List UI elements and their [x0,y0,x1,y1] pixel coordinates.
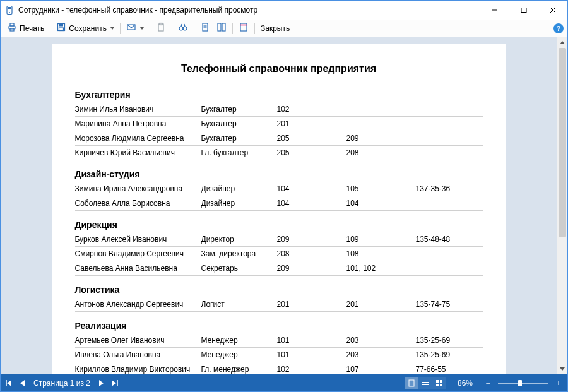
single-page-button[interactable] [198,21,213,35]
zoom-in-button[interactable]: + [555,379,562,388]
table-row: Бурков Алексей ИвановичДиректор209109135… [75,232,483,247]
table-row: Кириллов Владимир ВикторовичГл. менеджер… [75,362,483,375]
zoom-slider[interactable] [498,383,548,384]
employee-name: Кириллов Владимир Викторович [75,362,201,375]
document-title: Телефонный справочник предприятия [75,63,483,74]
next-page-button[interactable] [99,380,104,386]
close-window-button[interactable] [538,1,567,20]
preview-viewport: Телефонный справочник предприятия Бухгал… [1,37,567,374]
scrollbar-thumb[interactable] [559,48,566,237]
table-row: Кирпичев Юрий ВасильевичГл. бухгалтер205… [75,146,483,160]
department-heading: Логистика [75,285,483,295]
department-heading: Дирекция [75,220,483,230]
toolbar-separator [120,23,121,34]
employee-position: Дизайнер [201,196,277,211]
phone-external: 135-74-75 [416,297,483,312]
find-button[interactable] [175,21,191,35]
employee-position: Бухгалтер [201,102,277,117]
svg-rect-11 [59,24,63,27]
phone-external: 77-66-55 [416,362,483,375]
table-row: Маринина Анна ПетровнаБухгалтер201 [75,117,483,131]
view-single-button[interactable] [405,377,418,389]
scroll-down-button[interactable] [557,364,567,374]
employee-position: Дизайнер [201,182,277,196]
svg-rect-36 [422,384,429,385]
print-label: Печать [20,24,44,33]
view-facing-button[interactable] [418,377,432,389]
page-setup-icon [239,22,249,34]
table-row: Смирнов Владимир СергеевичЗам. директора… [75,247,483,261]
employee-position: Менеджер [201,348,277,362]
toolbar-separator [194,23,194,34]
zoom-slider-thumb[interactable] [518,380,522,386]
close-preview-button[interactable]: Закрыть [258,21,292,35]
maximize-button[interactable] [509,1,538,20]
phone-internal-1: 101 [277,348,346,362]
minimize-button[interactable] [480,1,509,20]
employee-position: Гл. бухгалтер [201,146,277,160]
employee-position: Секретарь [201,261,277,276]
phone-internal-2: 203 [346,348,416,362]
table-row: Артемьев Олег ИвановичМенеджер101203135-… [75,333,483,348]
phone-external [416,247,483,261]
phone-internal-2 [346,102,416,117]
phone-internal-2: 104 [346,196,416,211]
employee-table: Бурков Алексей ИвановичДиректор209109135… [75,232,483,276]
department-heading: Дизайн-студия [75,169,483,179]
table-row: Зимина Ирина АлександровнаДизайнер104105… [75,182,483,196]
phone-external [416,102,483,117]
phone-external [416,261,483,276]
save-button[interactable]: Сохранить [54,21,117,35]
vertical-scrollbar[interactable] [557,37,567,374]
employee-table: Антонов Александр СергеевичЛогист2012011… [75,297,483,312]
employee-position: Бухгалтер [201,131,277,146]
phone-internal-1: 209 [277,261,346,276]
window-title: Сотрудники - телефонный справочник - пре… [18,6,480,15]
chevron-up-icon [560,41,565,44]
last-page-button[interactable] [112,380,118,386]
first-page-button[interactable] [6,380,12,386]
help-button[interactable]: ? [553,23,564,33]
phone-external [416,196,483,211]
svg-rect-34 [409,380,414,386]
page-setup-button[interactable] [236,21,251,35]
view-grid-button[interactable] [432,377,446,389]
employee-name: Смирнов Владимир Сергеевич [75,247,201,261]
phone-external [416,146,483,160]
employee-name: Зимина Ирина Александровна [75,182,201,196]
svg-line-19 [184,24,185,27]
phone-internal-1: 201 [277,297,346,312]
toolbar-separator [254,23,255,34]
scrollbar-track[interactable] [557,48,567,364]
phone-internal-2 [346,117,416,131]
phone-internal-1: 101 [277,333,346,348]
svg-rect-12 [59,28,64,31]
mail-button[interactable] [124,21,146,35]
zoom-out-button[interactable]: − [484,379,492,388]
phone-external: 137-35-36 [416,182,483,196]
save-label: Сохранить [69,24,107,33]
svg-point-16 [179,27,183,30]
prev-page-button[interactable] [20,380,25,386]
employee-name: Савельева Анна Васильевна [75,261,201,276]
svg-marker-31 [99,380,104,386]
print-button[interactable]: Печать [4,21,47,35]
page-scroll-area[interactable]: Телефонный справочник предприятия Бухгал… [1,37,557,374]
employee-position: Менеджер [201,333,277,348]
phone-internal-2: 201 [346,297,416,312]
printer-icon [7,22,17,34]
employee-name: Соболева Алла Борисовна [75,196,201,211]
scroll-up-button[interactable] [557,37,567,48]
phone-internal-2: 109 [346,232,416,247]
svg-marker-29 [7,380,11,386]
phone-internal-1: 104 [277,196,346,211]
multi-page-icon [216,22,227,34]
employee-name: Антонов Александр Сергеевич [75,297,201,312]
svg-rect-1 [8,7,11,9]
window-controls [480,1,567,20]
phone-external [416,117,483,131]
multi-page-button[interactable] [214,21,229,35]
svg-marker-30 [20,380,25,386]
clipboard-button[interactable] [153,21,169,35]
svg-marker-32 [112,380,116,386]
